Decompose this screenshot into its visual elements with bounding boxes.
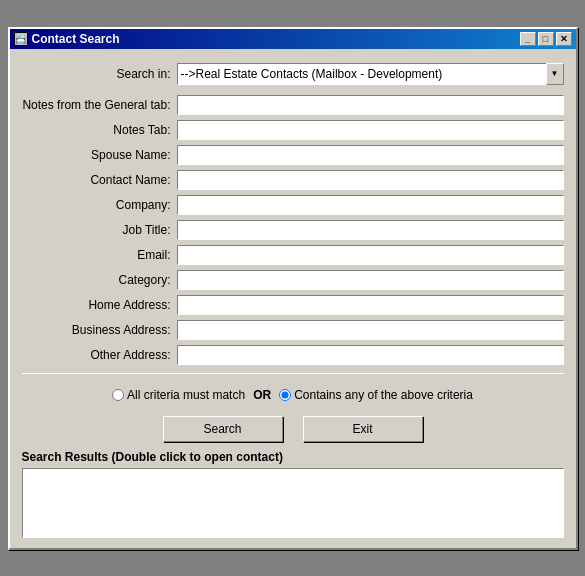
field-row-email: Email: bbox=[22, 245, 564, 265]
label-spouse-name: Spouse Name: bbox=[22, 148, 177, 162]
maximize-button[interactable]: □ bbox=[538, 32, 554, 46]
input-company[interactable] bbox=[177, 195, 564, 215]
input-other-address[interactable] bbox=[177, 345, 564, 365]
titlebar-buttons: _ □ ✕ bbox=[520, 32, 572, 46]
label-business-address: Business Address: bbox=[22, 323, 177, 337]
label-company: Company: bbox=[22, 198, 177, 212]
minimize-button[interactable]: _ bbox=[520, 32, 536, 46]
form-fields: Notes from the General tab:Notes Tab:Spo… bbox=[22, 95, 564, 365]
titlebar-left: 📇 Contact Search bbox=[14, 32, 120, 46]
search-button[interactable]: Search bbox=[163, 416, 283, 442]
search-in-row: Search in: -->Real Estate Contacts (Mail… bbox=[22, 63, 564, 85]
label-notes-general: Notes from the General tab: bbox=[22, 98, 177, 112]
contains-any-text: Contains any of the above criteria bbox=[294, 388, 473, 402]
field-row-business-address: Business Address: bbox=[22, 320, 564, 340]
field-row-spouse-name: Spouse Name: bbox=[22, 145, 564, 165]
or-text: OR bbox=[253, 388, 271, 402]
field-row-other-address: Other Address: bbox=[22, 345, 564, 365]
window-content: Search in: -->Real Estate Contacts (Mail… bbox=[10, 49, 576, 548]
exit-button[interactable]: Exit bbox=[303, 416, 423, 442]
results-box[interactable] bbox=[22, 468, 564, 538]
label-home-address: Home Address: bbox=[22, 298, 177, 312]
field-row-company: Company: bbox=[22, 195, 564, 215]
input-email[interactable] bbox=[177, 245, 564, 265]
field-row-job-title: Job Title: bbox=[22, 220, 564, 240]
all-criteria-text: All criteria must match bbox=[127, 388, 245, 402]
all-criteria-radio[interactable] bbox=[112, 389, 124, 401]
label-email: Email: bbox=[22, 248, 177, 262]
input-contact-name[interactable] bbox=[177, 170, 564, 190]
contains-any-radio[interactable] bbox=[279, 389, 291, 401]
all-criteria-label[interactable]: All criteria must match bbox=[112, 388, 245, 402]
input-business-address[interactable] bbox=[177, 320, 564, 340]
label-other-address: Other Address: bbox=[22, 348, 177, 362]
close-button[interactable]: ✕ bbox=[556, 32, 572, 46]
label-notes-tab: Notes Tab: bbox=[22, 123, 177, 137]
search-in-select[interactable]: -->Real Estate Contacts (Mailbox - Devel… bbox=[177, 63, 564, 85]
input-home-address[interactable] bbox=[177, 295, 564, 315]
search-in-dropdown-container: -->Real Estate Contacts (Mailbox - Devel… bbox=[177, 63, 564, 85]
field-row-notes-general: Notes from the General tab: bbox=[22, 95, 564, 115]
label-contact-name: Contact Name: bbox=[22, 173, 177, 187]
label-job-title: Job Title: bbox=[22, 223, 177, 237]
field-row-category: Category: bbox=[22, 270, 564, 290]
contains-any-label[interactable]: Contains any of the above criteria bbox=[279, 388, 473, 402]
search-in-label: Search in: bbox=[22, 67, 177, 81]
field-row-home-address: Home Address: bbox=[22, 295, 564, 315]
input-job-title[interactable] bbox=[177, 220, 564, 240]
input-category[interactable] bbox=[177, 270, 564, 290]
divider bbox=[22, 373, 564, 374]
contact-search-window: 📇 Contact Search _ □ ✕ Search in: -->Rea… bbox=[8, 27, 578, 550]
field-row-notes-tab: Notes Tab: bbox=[22, 120, 564, 140]
criteria-row: All criteria must match OR Contains any … bbox=[22, 382, 564, 408]
window-title: Contact Search bbox=[32, 32, 120, 46]
input-spouse-name[interactable] bbox=[177, 145, 564, 165]
results-label: Search Results (Double click to open con… bbox=[22, 450, 564, 464]
field-row-contact-name: Contact Name: bbox=[22, 170, 564, 190]
input-notes-tab[interactable] bbox=[177, 120, 564, 140]
buttons-row: Search Exit bbox=[22, 416, 564, 442]
titlebar: 📇 Contact Search _ □ ✕ bbox=[10, 29, 576, 49]
label-category: Category: bbox=[22, 273, 177, 287]
input-notes-general[interactable] bbox=[177, 95, 564, 115]
window-icon: 📇 bbox=[14, 32, 28, 46]
